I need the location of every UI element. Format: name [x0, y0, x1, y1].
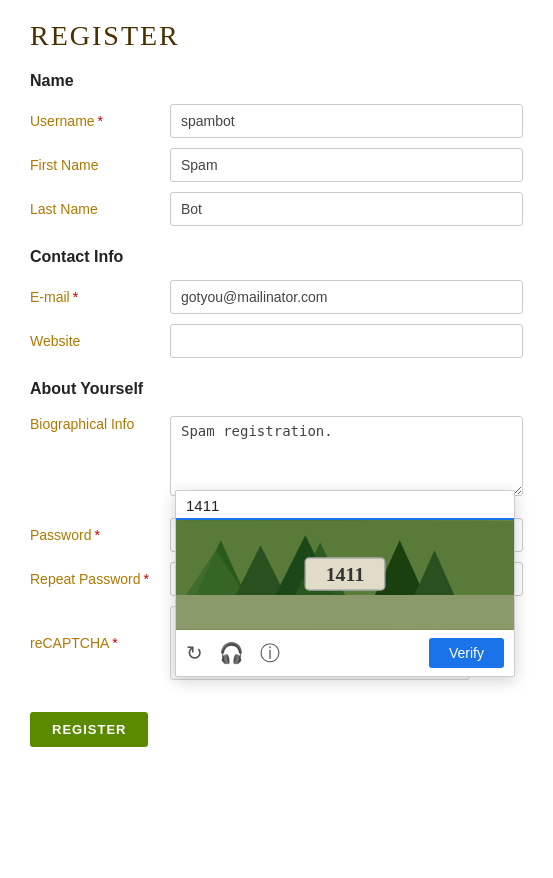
info-icon[interactable]: ⓘ [260, 643, 280, 663]
autocomplete-input-row [176, 491, 514, 520]
email-label: E-mail * [30, 289, 170, 305]
autocomplete-icons-row: ↻ 🎧 ⓘ Verify [176, 630, 514, 676]
website-row: Website [30, 324, 523, 358]
repeat-password-label: Repeat Password * [30, 571, 170, 587]
captcha-image-svg: 1411 [176, 520, 514, 630]
recaptcha-label: reCAPTCHA * [30, 635, 170, 651]
website-label: Website [30, 333, 170, 349]
about-section: About Yourself Biographical Info Spam re… [30, 380, 523, 496]
recaptcha-required: * [112, 635, 117, 651]
username-row: Username * [30, 104, 523, 138]
bio-input[interactable]: Spam registration. [170, 416, 523, 496]
name-section: Name Username * First Name Last Name [30, 72, 523, 226]
last-name-input[interactable] [170, 192, 523, 226]
svg-rect-2 [176, 595, 514, 630]
about-section-title: About Yourself [30, 380, 523, 398]
username-label: Username * [30, 113, 170, 129]
refresh-icon[interactable]: ↻ [186, 643, 203, 663]
first-name-label: First Name [30, 157, 170, 173]
email-input[interactable] [170, 280, 523, 314]
page-title: REGISTER [30, 20, 523, 52]
name-section-title: Name [30, 72, 523, 90]
autocomplete-dropdown: 1411 ↻ 🎧 ⓘ Verify [175, 490, 515, 677]
captcha-image: 1411 [176, 520, 514, 630]
svg-text:1411: 1411 [326, 563, 365, 585]
password-label: Password * [30, 527, 170, 543]
first-name-input[interactable] [170, 148, 523, 182]
website-input[interactable] [170, 324, 523, 358]
last-name-label: Last Name [30, 201, 170, 217]
username-input[interactable] [170, 104, 523, 138]
password-required: * [94, 527, 99, 543]
audio-icon[interactable]: 🎧 [219, 643, 244, 663]
bio-label: Biographical Info [30, 416, 170, 432]
autocomplete-input[interactable] [186, 497, 504, 514]
email-required: * [73, 289, 78, 305]
register-button[interactable]: REGISTER [30, 712, 148, 747]
contact-section: Contact Info E-mail * Website [30, 248, 523, 358]
repeat-password-required: * [144, 571, 149, 587]
contact-section-title: Contact Info [30, 248, 523, 266]
bio-row: Biographical Info Spam registration. [30, 412, 523, 496]
last-name-row: Last Name [30, 192, 523, 226]
first-name-row: First Name [30, 148, 523, 182]
username-required: * [98, 113, 103, 129]
verify-button[interactable]: Verify [429, 638, 504, 668]
email-row: E-mail * [30, 280, 523, 314]
